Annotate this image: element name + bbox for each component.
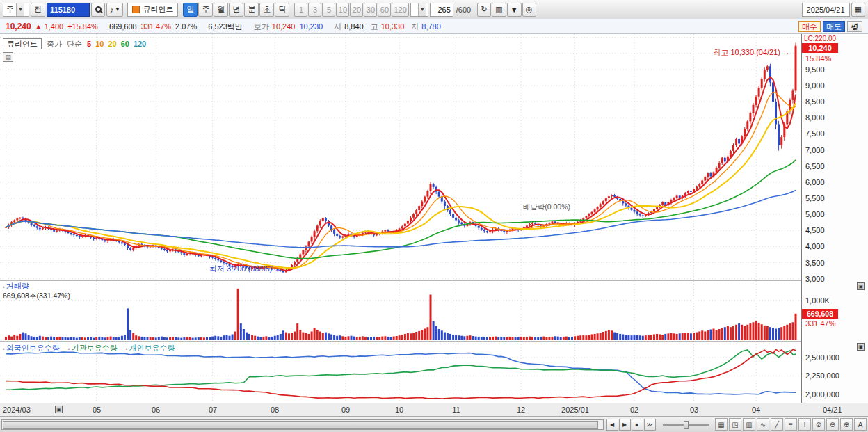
candle-body — [31, 223, 33, 225]
volume-bar — [121, 336, 123, 340]
fibonacci-tool-icon[interactable]: ≡ — [785, 418, 797, 431]
minute-button-120[interactable]: 120 — [392, 3, 408, 17]
ask-price: 10,240 — [272, 22, 296, 31]
candle-body — [183, 253, 185, 255]
chevron-down-icon: ▼ — [16, 3, 24, 16]
candle-body — [704, 177, 706, 181]
volume-bar — [732, 326, 734, 341]
font-size-icon[interactable]: A — [854, 418, 867, 431]
minute-button-60[interactable]: 60 — [378, 3, 391, 17]
pause-button[interactable]: ■ — [632, 419, 643, 431]
avg-button[interactable]: 평 — [847, 21, 862, 32]
period-tab-월[interactable]: 월 — [214, 3, 228, 17]
volume-bar — [277, 335, 279, 340]
chart-option-dropdown[interactable]: ▼ — [410, 3, 428, 17]
zoom-in-icon[interactable]: ⊕ — [840, 418, 853, 431]
minute-button-30[interactable]: 30 — [364, 3, 377, 17]
volume-bar — [463, 336, 465, 340]
volume-chart-canvas[interactable] — [0, 281, 801, 341]
period-tab-틱[interactable]: 틱 — [275, 3, 289, 17]
volume-bar — [39, 336, 41, 340]
calendar-button[interactable]: ▦ — [851, 3, 865, 17]
minute-button-3[interactable]: 3 — [308, 3, 321, 17]
trendline-tool-icon[interactable]: ╱ — [771, 418, 783, 431]
screen-grid-icon[interactable]: ▦ — [715, 418, 728, 431]
bar-total-label: /600 — [456, 6, 471, 14]
refresh-icon[interactable]: ↻ — [477, 3, 491, 17]
volume-bar — [772, 328, 774, 340]
volume-bar — [211, 337, 214, 340]
candle-body — [594, 209, 596, 212]
stock-code-input[interactable] — [47, 3, 90, 17]
sound-alert-button[interactable]: ♪▼ — [106, 3, 123, 17]
prev-stock-button[interactable]: 전 — [31, 3, 45, 17]
bullet-icon: ▪ — [3, 284, 5, 290]
low-annotation: 최저 3,200 (08/05) — [209, 264, 273, 273]
new-window-icon[interactable]: ◳ — [729, 418, 741, 431]
ma-legend: 5102060120 — [87, 40, 146, 48]
period-tab-년[interactable]: 년 — [229, 3, 243, 17]
eraser-tool-icon[interactable]: ⊘ — [812, 418, 825, 431]
stock-name-label: 큐리언트 — [143, 4, 173, 15]
volume-bar — [93, 338, 95, 340]
ownership-panel-expand-button[interactable]: ▣ — [857, 343, 865, 351]
period-tab-주[interactable]: 주 — [198, 3, 213, 17]
x-axis-month-label: 04 — [752, 406, 760, 414]
price-axis-label: 3,500 — [805, 259, 825, 267]
text-tool-icon[interactable]: T — [798, 418, 811, 431]
minute-button-10[interactable]: 10 — [336, 3, 349, 17]
toolbar-icon-group: ↻▥▼◎ — [477, 3, 536, 17]
zoom-slider-thumb[interactable] — [684, 421, 689, 429]
ownership-line-1 — [6, 350, 796, 390]
volume-bar — [42, 337, 44, 340]
volume-bar — [180, 338, 182, 340]
volume-bar — [209, 337, 211, 340]
save-icon[interactable]: ▼ — [507, 3, 522, 17]
search-button[interactable] — [91, 3, 105, 17]
volume-bar — [166, 337, 168, 340]
volume-bar — [495, 337, 497, 340]
volume-bar — [639, 335, 641, 340]
scrollbar-thumb[interactable] — [3, 421, 598, 429]
bar-count-input[interactable] — [430, 3, 453, 17]
candle-body — [384, 230, 386, 232]
buy-button[interactable]: 매수 — [798, 21, 821, 32]
scroll-right-button[interactable]: ▶ — [619, 419, 631, 431]
high-annotation-arrow-icon: → — [782, 48, 790, 56]
period-tab-일[interactable]: 일 — [183, 3, 198, 17]
volume-bar — [251, 335, 253, 340]
stock-name-box[interactable]: 큐리언트 — [127, 3, 178, 17]
volume-bar — [438, 329, 440, 340]
zoom-out-icon[interactable]: ⊖ — [826, 418, 839, 431]
volume-tag: 669,608 — [802, 309, 838, 319]
scroll-left-button[interactable]: ◀ — [606, 419, 618, 431]
sell-button[interactable]: 매도 — [823, 21, 845, 32]
settings-icon[interactable]: ◎ — [522, 3, 536, 17]
candle-tool-icon[interactable]: ▥ — [743, 418, 755, 431]
low-price: 8,780 — [421, 22, 441, 31]
minute-button-5[interactable]: 5 — [322, 3, 335, 17]
volume-panel-expand-button[interactable]: ▣ — [857, 282, 865, 290]
latest-button[interactable]: ≫ — [644, 419, 656, 431]
period-tab-분[interactable]: 분 — [244, 3, 259, 17]
chevron-down-icon: ▼ — [115, 7, 120, 12]
volume-bar — [152, 337, 154, 340]
volume-bar — [348, 336, 350, 340]
minute-button-1[interactable]: 1 — [294, 3, 307, 17]
chart-style-icon[interactable]: ▥ — [492, 3, 506, 17]
candle-body — [314, 231, 316, 237]
volume-bar — [381, 337, 383, 340]
date-input[interactable]: 2025/04/21 — [802, 3, 850, 17]
zoom-slider[interactable] — [663, 419, 709, 431]
candle-body — [749, 113, 751, 122]
period-tab-초[interactable]: 초 — [259, 3, 274, 17]
chart-horizontal-scrollbar[interactable] — [1, 419, 604, 430]
xaxis-expand-button[interactable]: ▣ — [55, 406, 63, 413]
wave-indicator-icon[interactable]: ∿ — [757, 418, 769, 431]
chart-tool-icon[interactable]: ▤ — [3, 52, 13, 62]
volume-bar — [664, 334, 666, 340]
price-chart-canvas[interactable]: 최저 3,200 (08/05)→최고 10,330 (04/21)→배당락(0… — [0, 34, 801, 280]
candle-body — [166, 250, 168, 252]
minute-button-20[interactable]: 20 — [350, 3, 363, 17]
chart-kind-dropdown[interactable]: 주 ▼ — [3, 3, 29, 17]
